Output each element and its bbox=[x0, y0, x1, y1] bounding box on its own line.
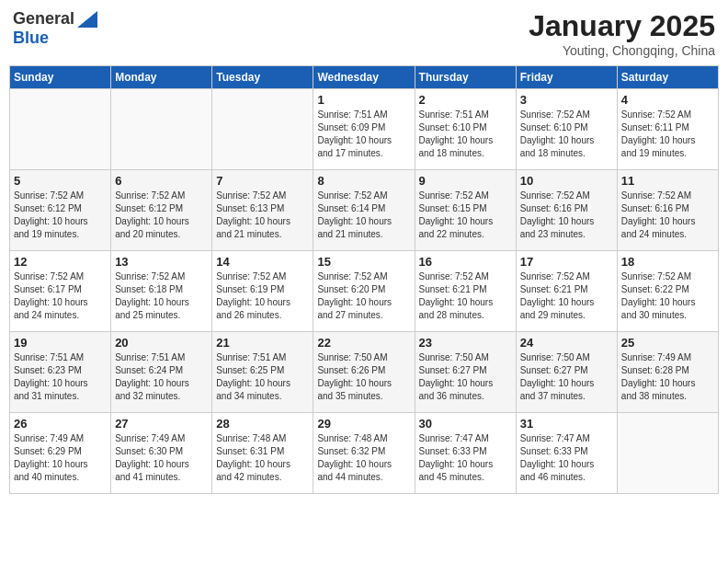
day-info: Sunrise: 7:49 AM Sunset: 6:30 PM Dayligh… bbox=[115, 432, 208, 484]
weekday-header-friday: Friday bbox=[516, 66, 617, 89]
weekday-row: SundayMondayTuesdayWednesdayThursdayFrid… bbox=[10, 66, 719, 89]
calendar-cell: 8Sunrise: 7:52 AM Sunset: 6:14 PM Daylig… bbox=[313, 170, 415, 251]
day-number: 3 bbox=[520, 93, 613, 107]
calendar-cell: 2Sunrise: 7:51 AM Sunset: 6:10 PM Daylig… bbox=[415, 89, 516, 170]
calendar-cell: 4Sunrise: 7:52 AM Sunset: 6:11 PM Daylig… bbox=[617, 89, 718, 170]
day-info: Sunrise: 7:49 AM Sunset: 6:29 PM Dayligh… bbox=[14, 432, 107, 484]
calendar-cell: 24Sunrise: 7:50 AM Sunset: 6:27 PM Dayli… bbox=[516, 332, 617, 413]
day-number: 30 bbox=[419, 417, 512, 431]
day-number: 25 bbox=[621, 336, 714, 350]
calendar-header: SundayMondayTuesdayWednesdayThursdayFrid… bbox=[10, 66, 719, 89]
day-number: 28 bbox=[216, 417, 309, 431]
calendar-cell: 3Sunrise: 7:52 AM Sunset: 6:10 PM Daylig… bbox=[516, 89, 617, 170]
weekday-header-sunday: Sunday bbox=[10, 66, 111, 89]
calendar-week-2: 5Sunrise: 7:52 AM Sunset: 6:12 PM Daylig… bbox=[10, 170, 719, 251]
day-number: 22 bbox=[317, 336, 410, 350]
calendar-week-1: 1Sunrise: 7:51 AM Sunset: 6:09 PM Daylig… bbox=[10, 89, 719, 170]
day-number: 15 bbox=[317, 255, 410, 269]
calendar-subtitle: Youting, Chongqing, China bbox=[529, 43, 715, 58]
calendar-cell: 31Sunrise: 7:47 AM Sunset: 6:33 PM Dayli… bbox=[516, 413, 617, 494]
weekday-header-saturday: Saturday bbox=[617, 66, 718, 89]
day-number: 5 bbox=[14, 174, 107, 188]
day-number: 23 bbox=[419, 336, 512, 350]
day-info: Sunrise: 7:52 AM Sunset: 6:13 PM Dayligh… bbox=[216, 190, 309, 241]
day-info: Sunrise: 7:50 AM Sunset: 6:26 PM Dayligh… bbox=[317, 351, 410, 403]
calendar-cell: 5Sunrise: 7:52 AM Sunset: 6:12 PM Daylig… bbox=[10, 170, 111, 251]
calendar-cell: 19Sunrise: 7:51 AM Sunset: 6:23 PM Dayli… bbox=[10, 332, 111, 413]
calendar-cell: 23Sunrise: 7:50 AM Sunset: 6:27 PM Dayli… bbox=[415, 332, 516, 413]
calendar-cell: 14Sunrise: 7:52 AM Sunset: 6:19 PM Dayli… bbox=[212, 251, 313, 332]
day-info: Sunrise: 7:52 AM Sunset: 6:21 PM Dayligh… bbox=[520, 270, 613, 322]
day-info: Sunrise: 7:51 AM Sunset: 6:10 PM Dayligh… bbox=[419, 109, 512, 160]
calendar-cell: 18Sunrise: 7:52 AM Sunset: 6:22 PM Dayli… bbox=[617, 251, 718, 332]
day-info: Sunrise: 7:50 AM Sunset: 6:27 PM Dayligh… bbox=[419, 351, 512, 403]
day-number: 26 bbox=[14, 417, 107, 431]
day-info: Sunrise: 7:52 AM Sunset: 6:15 PM Dayligh… bbox=[419, 190, 512, 241]
page-header: General Blue January 2025 Youting, Chong… bbox=[9, 9, 719, 58]
day-number: 9 bbox=[419, 174, 512, 188]
calendar-week-3: 12Sunrise: 7:52 AM Sunset: 6:17 PM Dayli… bbox=[10, 251, 719, 332]
calendar-cell: 12Sunrise: 7:52 AM Sunset: 6:17 PM Dayli… bbox=[10, 251, 111, 332]
day-number: 14 bbox=[216, 255, 309, 269]
day-info: Sunrise: 7:52 AM Sunset: 6:19 PM Dayligh… bbox=[216, 270, 309, 322]
weekday-header-monday: Monday bbox=[111, 66, 212, 89]
day-number: 6 bbox=[115, 174, 208, 188]
day-info: Sunrise: 7:50 AM Sunset: 6:27 PM Dayligh… bbox=[520, 351, 613, 403]
day-info: Sunrise: 7:52 AM Sunset: 6:11 PM Dayligh… bbox=[621, 109, 714, 160]
calendar-cell: 6Sunrise: 7:52 AM Sunset: 6:12 PM Daylig… bbox=[111, 170, 212, 251]
day-info: Sunrise: 7:51 AM Sunset: 6:23 PM Dayligh… bbox=[14, 351, 107, 403]
calendar-cell: 11Sunrise: 7:52 AM Sunset: 6:16 PM Dayli… bbox=[617, 170, 718, 251]
calendar-cell: 7Sunrise: 7:52 AM Sunset: 6:13 PM Daylig… bbox=[212, 170, 313, 251]
calendar-title: January 2025 bbox=[529, 9, 715, 43]
day-number: 12 bbox=[14, 255, 107, 269]
day-number: 7 bbox=[216, 174, 309, 188]
calendar-cell: 13Sunrise: 7:52 AM Sunset: 6:18 PM Dayli… bbox=[111, 251, 212, 332]
day-info: Sunrise: 7:51 AM Sunset: 6:09 PM Dayligh… bbox=[317, 109, 410, 160]
day-number: 21 bbox=[216, 336, 309, 350]
calendar-cell: 28Sunrise: 7:48 AM Sunset: 6:31 PM Dayli… bbox=[212, 413, 313, 494]
day-number: 18 bbox=[621, 255, 714, 269]
day-info: Sunrise: 7:52 AM Sunset: 6:12 PM Dayligh… bbox=[115, 190, 208, 241]
title-section: January 2025 Youting, Chongqing, China bbox=[529, 9, 715, 58]
day-number: 31 bbox=[520, 417, 613, 431]
day-number: 11 bbox=[621, 174, 714, 188]
day-info: Sunrise: 7:52 AM Sunset: 6:20 PM Dayligh… bbox=[317, 270, 410, 322]
calendar-cell: 21Sunrise: 7:51 AM Sunset: 6:25 PM Dayli… bbox=[212, 332, 313, 413]
logo: General Blue bbox=[13, 9, 97, 48]
calendar-cell: 9Sunrise: 7:52 AM Sunset: 6:15 PM Daylig… bbox=[415, 170, 516, 251]
calendar-cell: 27Sunrise: 7:49 AM Sunset: 6:30 PM Dayli… bbox=[111, 413, 212, 494]
day-number: 4 bbox=[621, 93, 714, 107]
day-info: Sunrise: 7:52 AM Sunset: 6:10 PM Dayligh… bbox=[520, 109, 613, 160]
calendar-cell: 1Sunrise: 7:51 AM Sunset: 6:09 PM Daylig… bbox=[313, 89, 415, 170]
day-number: 16 bbox=[419, 255, 512, 269]
calendar-cell bbox=[617, 413, 718, 494]
calendar-cell: 25Sunrise: 7:49 AM Sunset: 6:28 PM Dayli… bbox=[617, 332, 718, 413]
calendar-cell bbox=[111, 89, 212, 170]
calendar-cell: 16Sunrise: 7:52 AM Sunset: 6:21 PM Dayli… bbox=[415, 251, 516, 332]
day-info: Sunrise: 7:52 AM Sunset: 6:18 PM Dayligh… bbox=[115, 270, 208, 322]
day-number: 20 bbox=[115, 336, 208, 350]
calendar-cell: 17Sunrise: 7:52 AM Sunset: 6:21 PM Dayli… bbox=[516, 251, 617, 332]
day-number: 27 bbox=[115, 417, 208, 431]
calendar-table: SundayMondayTuesdayWednesdayThursdayFrid… bbox=[9, 65, 719, 494]
day-info: Sunrise: 7:48 AM Sunset: 6:32 PM Dayligh… bbox=[317, 432, 410, 484]
day-info: Sunrise: 7:52 AM Sunset: 6:17 PM Dayligh… bbox=[14, 270, 107, 322]
day-info: Sunrise: 7:52 AM Sunset: 6:16 PM Dayligh… bbox=[621, 190, 714, 241]
day-number: 1 bbox=[317, 93, 410, 107]
day-info: Sunrise: 7:52 AM Sunset: 6:14 PM Dayligh… bbox=[317, 190, 410, 241]
calendar-cell: 30Sunrise: 7:47 AM Sunset: 6:33 PM Dayli… bbox=[415, 413, 516, 494]
logo-icon bbox=[77, 11, 97, 28]
day-number: 2 bbox=[419, 93, 512, 107]
day-number: 17 bbox=[520, 255, 613, 269]
calendar-cell: 20Sunrise: 7:51 AM Sunset: 6:24 PM Dayli… bbox=[111, 332, 212, 413]
calendar-cell: 26Sunrise: 7:49 AM Sunset: 6:29 PM Dayli… bbox=[10, 413, 111, 494]
calendar-cell bbox=[10, 89, 111, 170]
day-info: Sunrise: 7:49 AM Sunset: 6:28 PM Dayligh… bbox=[621, 351, 714, 403]
day-info: Sunrise: 7:52 AM Sunset: 6:22 PM Dayligh… bbox=[621, 270, 714, 322]
logo-blue-text: Blue bbox=[13, 29, 49, 48]
day-number: 13 bbox=[115, 255, 208, 269]
weekday-header-thursday: Thursday bbox=[415, 66, 516, 89]
calendar-cell: 10Sunrise: 7:52 AM Sunset: 6:16 PM Dayli… bbox=[516, 170, 617, 251]
weekday-header-wednesday: Wednesday bbox=[313, 66, 415, 89]
day-info: Sunrise: 7:48 AM Sunset: 6:31 PM Dayligh… bbox=[216, 432, 309, 484]
